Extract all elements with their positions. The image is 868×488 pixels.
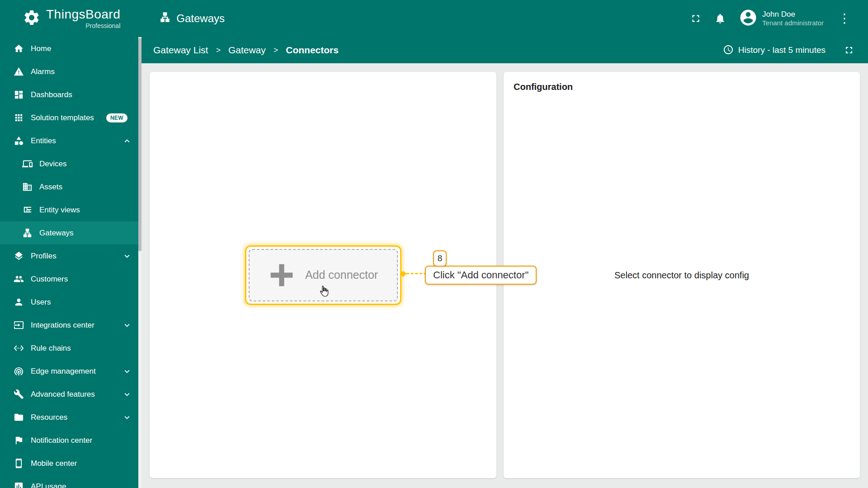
sidebar-item-label: Home [31, 44, 51, 53]
sidebar-item-label: Customers [31, 275, 68, 284]
user-role: Tenant administrator [762, 19, 824, 28]
sidebar-item-rule-chains[interactable]: Rule chains [0, 337, 138, 360]
settings-ethernet-icon [14, 343, 24, 353]
sidebar-item-solution-templates[interactable]: Solution templates NEW [0, 106, 138, 129]
sidebar-item-notification-center[interactable]: Notification center [0, 429, 138, 452]
breadcrumb-gateway-list[interactable]: Gateway List [153, 45, 208, 56]
history-button[interactable] [723, 44, 734, 56]
chevron-down-icon [122, 366, 132, 376]
sidebar-item-label: API usage [31, 482, 66, 488]
folder-icon [14, 412, 24, 422]
devices-icon [22, 159, 33, 169]
sidebar-item-resources[interactable]: Resources [0, 406, 138, 429]
scrollbar-thumb[interactable] [138, 38, 142, 251]
thingsboard-logo[interactable]: ThingsBoard Professional [0, 8, 120, 29]
sidebar-item-label: Rule chains [31, 344, 71, 353]
chevron-down-icon [122, 320, 132, 330]
apps-icon [14, 113, 24, 123]
sidebar-item-assets[interactable]: Assets [0, 175, 138, 198]
dashboards-icon [14, 89, 24, 100]
breadcrumb-separator: > [216, 46, 221, 55]
configuration-placeholder: Select connector to display config [614, 270, 749, 280]
smartphone-icon [14, 458, 24, 469]
fullscreen-icon[interactable] [690, 13, 702, 24]
history-range-label[interactable]: History - last 5 minutes [738, 45, 826, 55]
sidebar-item-api-usage[interactable]: API usage [0, 475, 138, 488]
sidebar-item-advanced-features[interactable]: Advanced features [0, 383, 138, 406]
breadcrumb-connectors: Connectors [286, 45, 339, 56]
sidebar-item-customers[interactable]: Customers [0, 267, 138, 291]
main-content: Add connector Configuration Select conne… [142, 63, 868, 488]
add-connector-button[interactable]: Add connector [249, 249, 398, 301]
breadcrumb-gateway[interactable]: Gateway [228, 45, 266, 56]
sidebar-item-users[interactable]: Users [0, 291, 138, 314]
sidebar-item-label: Alarms [31, 67, 55, 76]
tutorial-step-badge: 8 [433, 250, 447, 267]
domain-icon [22, 182, 33, 192]
tutorial-highlight-ring: Add connector [245, 245, 401, 305]
input-icon [14, 320, 24, 330]
page-title-label: Gateways [176, 12, 225, 25]
avatar [739, 8, 758, 29]
sidebar-item-label: Mobile center [31, 459, 77, 468]
configuration-title: Configuration [514, 82, 573, 92]
sidebar-item-label: Advanced features [31, 390, 95, 399]
flag-icon [14, 435, 24, 446]
scrollbar-track [138, 37, 142, 488]
entities-icon [14, 136, 24, 146]
brand-subtitle: Professional [85, 23, 120, 29]
chevron-down-icon [122, 251, 132, 261]
page-title: Gateways [159, 11, 225, 26]
configuration-panel: Configuration Select connector to displa… [504, 72, 860, 478]
fullscreen-icon[interactable] [844, 45, 854, 56]
sidebar-item-edge-management[interactable]: Edge management [0, 360, 138, 383]
sidebar-item-label: Edge management [31, 367, 96, 376]
sidebar-item-home[interactable]: Home [0, 37, 138, 60]
add-connector-label: Add connector [305, 268, 378, 282]
sidebar-item-label: Resources [31, 413, 67, 422]
clock-icon [723, 44, 734, 56]
sidebar-item-label: Devices [39, 160, 66, 169]
gear-logo-icon [23, 9, 41, 28]
sidebar-item-profiles[interactable]: Profiles [0, 244, 138, 267]
chart-icon [14, 481, 24, 488]
user-name: John Doe [762, 9, 824, 19]
warning-icon [14, 66, 24, 77]
plus-icon [268, 262, 295, 289]
breadcrumb: Gateway List > Gateway > Connectors Hist… [142, 37, 868, 63]
view-quilt-icon [22, 205, 33, 215]
sidebar-item-devices[interactable]: Devices [0, 152, 138, 175]
user-menu[interactable]: John Doe Tenant administrator [739, 8, 824, 29]
sidebar-item-label: Entity views [39, 206, 80, 215]
lan-icon [159, 11, 171, 26]
build-icon [14, 389, 24, 399]
breadcrumb-separator: > [274, 46, 278, 55]
sidebar-item-label: Users [31, 298, 51, 307]
sidebar-item-alarms[interactable]: Alarms [0, 60, 138, 83]
sidebar-item-integrations-center[interactable]: Integrations center [0, 314, 138, 337]
home-icon [14, 43, 24, 54]
person-icon [14, 297, 24, 307]
sidebar: Home Alarms Dashboards Solution template… [0, 37, 138, 488]
layers-icon [14, 251, 24, 261]
notifications-bell-icon[interactable] [714, 13, 726, 24]
brand-name: ThingsBoard [46, 8, 120, 21]
sidebar-item-label: Dashboards [31, 90, 72, 99]
tutorial-instruction: Click "Add connector" [425, 266, 537, 285]
new-badge: NEW [106, 113, 127, 122]
sidebar-item-entity-views[interactable]: Entity views [0, 198, 138, 221]
more-options-icon[interactable]: ⋮ [836, 12, 853, 25]
lan-icon [22, 228, 33, 238]
topbar: ThingsBoard Professional Gateways John D… [0, 0, 868, 37]
sidebar-item-mobile-center[interactable]: Mobile center [0, 452, 138, 475]
people-icon [14, 274, 24, 284]
sidebar-item-label: Entities [31, 136, 56, 145]
sidebar-item-label: Profiles [31, 252, 57, 261]
chevron-down-icon [122, 389, 132, 399]
chevron-down-icon [122, 413, 132, 422]
sidebar-item-label: Gateways [39, 229, 74, 238]
sidebar-item-label: Notification center [31, 436, 92, 445]
sidebar-item-entities[interactable]: Entities [0, 129, 138, 152]
sidebar-item-gateways[interactable]: Gateways [0, 221, 138, 244]
sidebar-item-dashboards[interactable]: Dashboards [0, 83, 138, 106]
